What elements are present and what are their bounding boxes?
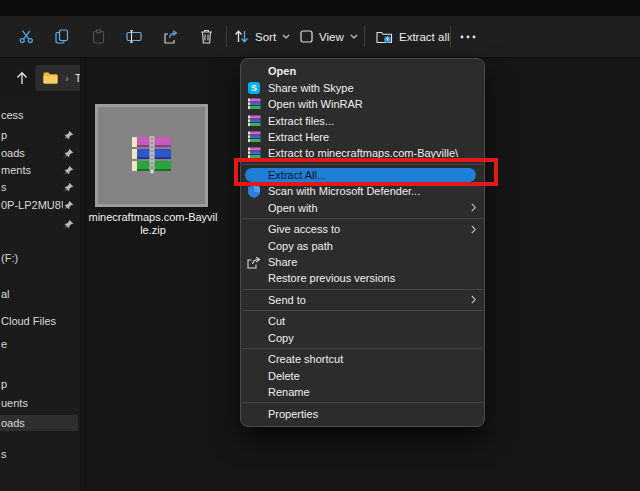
file-explorer-window: Sort View Extract all ›This PC›Downloads… [0, 0, 640, 491]
sort-button[interactable]: Sort [234, 23, 290, 50]
sidebar-item-ments[interactable]: ments [0, 162, 80, 178]
context-menu: OpenSShare with SkypeOpen with WinRARExt… [240, 58, 485, 427]
menu-item-create-shortcut[interactable]: Create shortcut [241, 351, 484, 367]
view-button[interactable]: View [300, 23, 358, 50]
menu-item-rename[interactable]: Rename [241, 384, 484, 400]
sidebar-item-label: p [0, 378, 80, 390]
sidebar-item-label: e [0, 338, 80, 350]
menu-item-label: Extract to minecraftmaps.com-Bayville\ [268, 147, 467, 159]
sidebar-item-label: uents [0, 397, 80, 409]
toolbar-separator [226, 26, 227, 47]
menu-item-label: Rename [268, 386, 467, 398]
sidebar-item-cloud-files[interactable]: Cloud Files [0, 313, 80, 329]
view-label: View [319, 31, 344, 43]
sidebar-item-label: oads [0, 417, 78, 429]
copy-button[interactable] [49, 23, 75, 50]
file-name-line2: le.zip [83, 224, 223, 237]
menu-item-label: Copy [268, 332, 467, 344]
sidebar-item-label: s [0, 181, 63, 193]
paste-button[interactable] [85, 23, 111, 50]
svg-text:S: S [251, 83, 257, 93]
menu-item-give-access-to[interactable]: Give access to [241, 221, 484, 237]
menu-separator [242, 310, 483, 311]
sidebar-item-cess[interactable]: cess [0, 107, 80, 123]
menu-item-label: Create shortcut [268, 353, 467, 365]
menu-item-properties[interactable]: Properties [241, 405, 484, 421]
menu-item-label: Extract Here [268, 131, 467, 143]
menu-item-share-with-skype[interactable]: SShare with Skype [241, 79, 484, 95]
sidebar-item-oads[interactable]: oads [0, 415, 78, 431]
delete-button[interactable] [193, 23, 219, 50]
sidebar-item-al[interactable]: al [0, 286, 80, 302]
menu-item-label: Extract files... [268, 115, 467, 127]
menu-item-open-with[interactable]: Open with [241, 200, 484, 216]
menu-item-label: Open with WinRAR [268, 98, 467, 110]
menu-item-label: Share with Skype [268, 82, 467, 94]
extract-all-button[interactable]: Extract all [376, 23, 450, 50]
sidebar-item-s[interactable]: s [0, 179, 80, 195]
rename-button[interactable] [121, 23, 147, 50]
folder-icon [43, 72, 58, 84]
menu-item-restore-previous-versions[interactable]: Restore previous versions [241, 270, 484, 286]
pin-icon [63, 148, 75, 159]
sidebar-item-label: p [0, 129, 63, 141]
sidebar-item--f-[interactable]: (F:) [0, 250, 80, 266]
sort-label: Sort [255, 31, 276, 43]
menu-item-copy[interactable]: Copy [241, 330, 484, 346]
menu-separator [242, 218, 483, 219]
sidebar-item-oads[interactable]: oads [0, 145, 80, 161]
menu-item-scan-with-microsoft-defender[interactable]: Scan with Microsoft Defender... [241, 183, 484, 199]
winrar-icon [247, 131, 261, 143]
pin-icon [63, 130, 75, 141]
menu-item-delete[interactable]: Delete [241, 367, 484, 383]
menu-item-open-with-winrar[interactable]: Open with WinRAR [241, 96, 484, 112]
winrar-icon [247, 147, 261, 159]
zip-file-name[interactable]: minecraftmaps.com-Bayvil le.zip [83, 211, 223, 237]
share-button[interactable] [157, 23, 183, 50]
menu-item-extract-to-minecraftmaps-com-bayville[interactable]: Extract to minecraftmaps.com-Bayville\ [241, 145, 484, 161]
menu-item-share[interactable]: Share [241, 254, 484, 270]
menu-item-send-to[interactable]: Send to [241, 292, 484, 308]
skype-icon: S [247, 82, 261, 94]
menu-item-label: Cut [268, 315, 467, 327]
defender-icon [247, 185, 261, 198]
menu-item-extract-all[interactable]: Extract All... [241, 167, 484, 183]
menu-item-cut[interactable]: Cut [241, 313, 484, 329]
sidebar-item-p[interactable]: p [0, 127, 80, 143]
menu-item-label: Restore previous versions [268, 272, 467, 284]
cut-button[interactable] [13, 23, 39, 50]
chevron-down-icon [282, 34, 290, 39]
extract-folder-icon [376, 30, 393, 44]
more-options-button[interactable] [460, 23, 476, 50]
sidebar-item-s[interactable]: s [0, 446, 80, 462]
sidebar-item-uents[interactable]: uents [0, 395, 80, 411]
sidebar-item-0p-lp2mu8u[interactable]: 0P-LP2MU8U [0, 197, 80, 213]
menu-item-extract-here[interactable]: Extract Here [241, 129, 484, 145]
ellipsis-icon [460, 35, 476, 39]
sidebar-item-label: s [0, 448, 80, 460]
pin-icon [63, 219, 75, 230]
winrar-icon [129, 136, 175, 176]
extract-all-label: Extract all [399, 31, 450, 43]
sidebar-item[interactable] [0, 216, 80, 232]
sidebar-item-label: al [0, 288, 80, 300]
titlebar [0, 0, 640, 16]
file-name-line1: minecraftmaps.com-Bayvil [83, 211, 223, 224]
sidebar-item-label: oads [0, 147, 63, 159]
sidebar-item-p[interactable]: p [0, 376, 80, 392]
sidebar-item-label: ments [0, 164, 63, 176]
menu-item-open[interactable]: Open [241, 63, 484, 79]
menu-item-label: Extract All... [268, 169, 467, 181]
menu-separator [242, 402, 483, 403]
pin-icon [63, 165, 75, 176]
menu-separator [242, 289, 483, 290]
menu-item-copy-as-path[interactable]: Copy as path [241, 237, 484, 253]
sidebar-item-label: Cloud Files [0, 315, 80, 327]
menu-item-label: Copy as path [268, 240, 467, 252]
menu-item-extract-files[interactable]: Extract files... [241, 112, 484, 128]
navigate-up-button[interactable] [10, 66, 34, 90]
menu-item-label: Properties [268, 408, 467, 420]
zip-file-thumbnail[interactable] [95, 104, 208, 207]
menu-separator [242, 164, 483, 165]
sidebar-item-e[interactable]: e [0, 336, 80, 352]
